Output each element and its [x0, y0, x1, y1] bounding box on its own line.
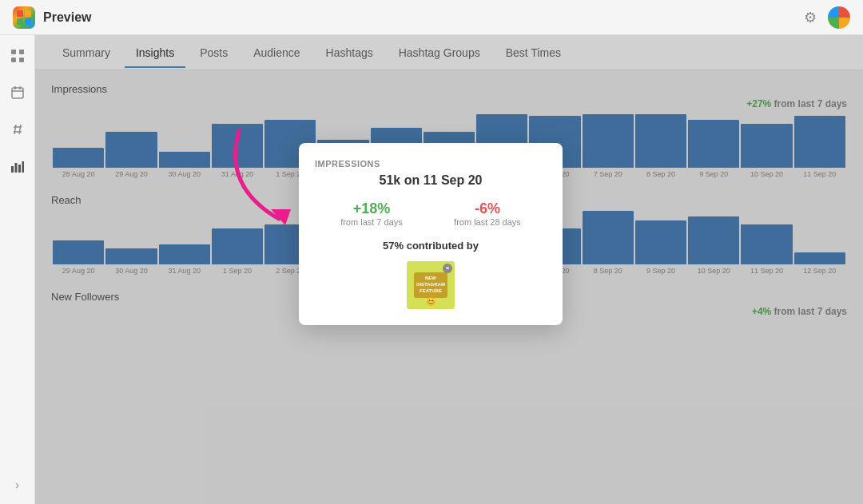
sidebar-expand-icon[interactable]: › — [15, 478, 19, 491]
popup-stat-7days: +18% from last 7 days — [340, 200, 403, 227]
svg-rect-19 — [22, 161, 24, 173]
popup-contributed-suffix: contributed by — [404, 240, 479, 252]
post-thumbnail[interactable]: NEWINSTAGRAMFEATURE × 😊 — [407, 261, 455, 309]
popup-card: IMPRESSIONS 51k on 11 Sep 20 +18% from l… — [299, 143, 563, 325]
popup-contributed-percent: 57% — [383, 240, 404, 252]
sidebar-icon-grid[interactable] — [6, 45, 29, 67]
popup-post-container: NEWINSTAGRAMFEATURE × 😊 — [315, 261, 547, 309]
app-icon — [13, 6, 35, 29]
svg-rect-4 — [11, 50, 16, 54]
svg-rect-17 — [14, 163, 17, 173]
sidebar: › — [0, 35, 35, 504]
popup-title: IMPRESSIONS — [315, 159, 547, 169]
topbar-right: ⚙ — [801, 6, 850, 29]
app-title: Preview — [43, 10, 91, 25]
popup-stat-28days-value: -6% — [454, 200, 521, 217]
svg-rect-7 — [19, 58, 24, 62]
popup-stat-7days-label: from last 7 days — [340, 217, 403, 227]
svg-rect-16 — [11, 166, 14, 173]
avatar[interactable] — [828, 6, 850, 29]
popup-stat-28days: -6% from last 28 days — [454, 200, 521, 227]
svg-rect-1 — [25, 10, 31, 17]
sidebar-icon-calendar[interactable] — [6, 81, 29, 104]
svg-rect-8 — [12, 88, 23, 98]
main-content: Summary Insights Posts Audience Hashtags… — [35, 35, 863, 504]
popup-contributed: 57% contributed by — [315, 240, 547, 252]
popup-stat-28days-label: from last 28 days — [454, 217, 521, 227]
svg-rect-0 — [17, 10, 23, 17]
post-thumb-badge: × — [443, 264, 452, 273]
post-thumb-emoji: 😊 — [426, 297, 435, 307]
sidebar-icon-analytics[interactable] — [6, 155, 29, 177]
topbar: Preview ⚙ — [0, 0, 863, 35]
sidebar-icon-hashtag[interactable] — [6, 118, 29, 141]
svg-line-14 — [14, 125, 16, 134]
popup-stat-7days-value: +18% — [340, 200, 403, 217]
svg-line-15 — [19, 125, 21, 134]
gear-icon[interactable]: ⚙ — [801, 8, 820, 27]
popup-stats: +18% from last 7 days -6% from last 28 d… — [315, 200, 547, 227]
svg-rect-5 — [19, 50, 24, 54]
svg-rect-6 — [11, 58, 16, 62]
popup-date: 51k on 11 Sep 20 — [315, 173, 547, 188]
svg-rect-2 — [17, 18, 23, 25]
post-thumb-text: NEWINSTAGRAMFEATURE — [414, 272, 447, 297]
svg-rect-3 — [25, 18, 31, 25]
svg-rect-18 — [18, 165, 21, 173]
